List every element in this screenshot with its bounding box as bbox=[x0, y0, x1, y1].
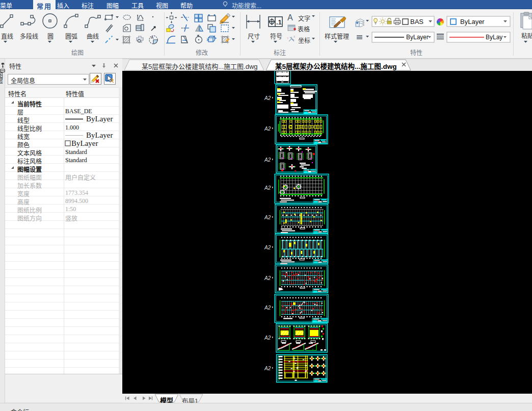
svg-text:A2: A2 bbox=[264, 215, 271, 220]
svg-text:A2: A2 bbox=[264, 335, 271, 341]
svg-text:A2: A2 bbox=[264, 305, 271, 311]
svg-text:ByLayer: ByLayer bbox=[460, 18, 485, 25]
svg-text:A2: A2 bbox=[264, 157, 271, 163]
svg-text:A2: A2 bbox=[264, 126, 271, 132]
svg-text:.1: .1 bbox=[276, 18, 282, 26]
svg-text:A2: A2 bbox=[264, 366, 271, 371]
svg-text:Y: Y bbox=[287, 37, 289, 40]
svg-text:A2: A2 bbox=[264, 275, 271, 281]
svg-text:A: A bbox=[151, 35, 154, 40]
svg-text:BAS: BAS bbox=[410, 18, 423, 25]
svg-text:A: A bbox=[287, 13, 293, 22]
svg-text:ByLay: ByLay bbox=[486, 34, 502, 41]
svg-text:ByLayer: ByLayer bbox=[406, 34, 429, 41]
svg-text:A2: A2 bbox=[264, 185, 271, 191]
svg-text:A2: A2 bbox=[264, 95, 271, 101]
svg-text:X: X bbox=[294, 35, 296, 38]
svg-text:A2: A2 bbox=[264, 245, 271, 250]
